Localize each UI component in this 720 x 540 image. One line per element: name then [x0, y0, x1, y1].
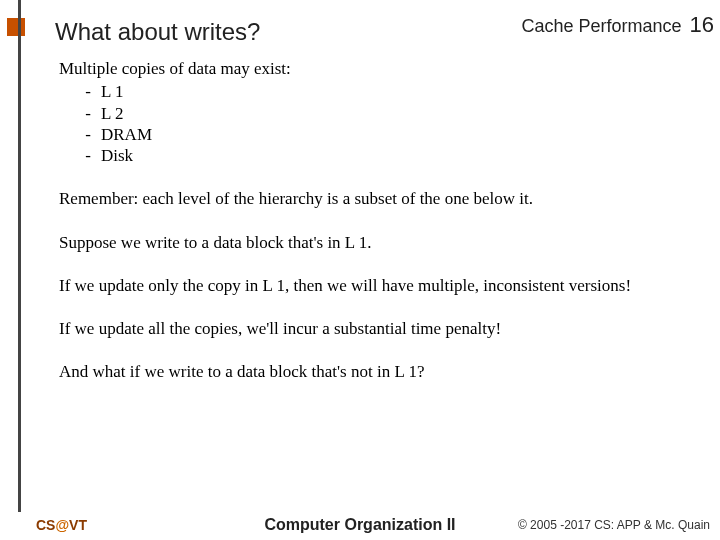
- list-item-label: DRAM: [101, 124, 152, 145]
- list-item-label: L 2: [101, 103, 124, 124]
- dash-icon: -: [83, 103, 93, 124]
- slide: What about writes? Cache Performance 16 …: [0, 0, 720, 540]
- footer-center: Computer Organization II: [0, 516, 720, 534]
- paragraph: If we update only the copy in L 1, then …: [59, 275, 700, 296]
- list-item-label: Disk: [101, 145, 133, 166]
- dash-icon: -: [83, 145, 93, 166]
- page-number: 16: [690, 12, 714, 38]
- list-item: -L 1: [83, 81, 700, 102]
- dash-icon: -: [83, 124, 93, 145]
- list-item: -L 2: [83, 103, 700, 124]
- list-item: -Disk: [83, 145, 700, 166]
- header-right: Cache Performance 16: [521, 12, 714, 38]
- paragraph: If we update all the copies, we'll incur…: [59, 318, 700, 339]
- list-item: -DRAM: [83, 124, 700, 145]
- dash-icon: -: [83, 81, 93, 102]
- content-wrap: What about writes? Cache Performance 16 …: [18, 0, 720, 512]
- copies-list: -L 1 -L 2 -DRAM -Disk: [83, 81, 700, 166]
- paragraph: And what if we write to a data block tha…: [59, 361, 700, 382]
- topic-label: Cache Performance: [521, 16, 681, 37]
- slide-body: Multiple copies of data may exist: -L 1 …: [59, 58, 700, 498]
- lead-text: Multiple copies of data may exist:: [59, 58, 700, 79]
- paragraph: Suppose we write to a data block that's …: [59, 232, 700, 253]
- paragraph: Remember: each level of the hierarchy is…: [59, 188, 700, 209]
- list-item-label: L 1: [101, 81, 124, 102]
- footer: CS@VT Computer Organization II © 2005 -2…: [0, 512, 720, 540]
- slide-title: What about writes?: [55, 18, 260, 46]
